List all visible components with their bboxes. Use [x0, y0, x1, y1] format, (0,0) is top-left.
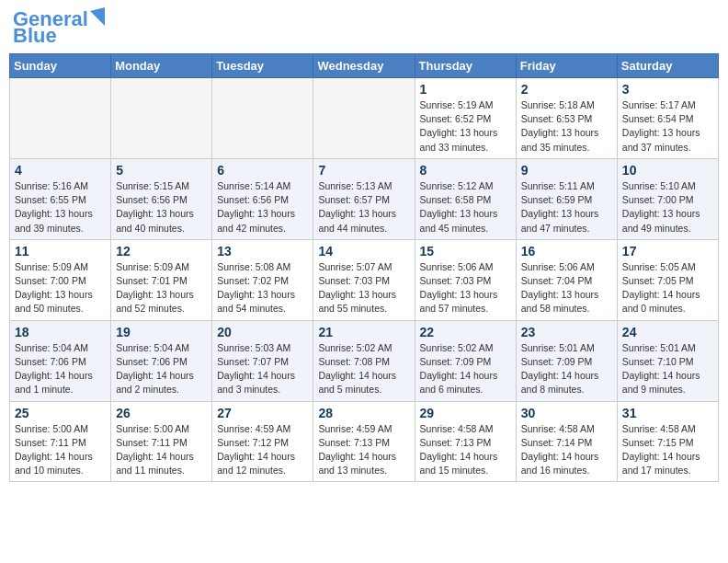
page-header: General Blue — [9, 9, 719, 46]
day-info: Sunrise: 4:58 AM Sunset: 7:14 PM Dayligh… — [521, 422, 612, 478]
day-info: Sunrise: 5:01 AM Sunset: 7:10 PM Dayligh… — [622, 341, 713, 397]
day-info: Sunrise: 5:14 AM Sunset: 6:56 PM Dayligh… — [217, 179, 308, 236]
day-number: 28 — [318, 406, 409, 420]
day-number: 30 — [521, 406, 612, 420]
calendar-cell: 13Sunrise: 5:08 AM Sunset: 7:02 PM Dayli… — [212, 239, 313, 320]
day-info: Sunrise: 5:09 AM Sunset: 7:00 PM Dayligh… — [15, 260, 106, 316]
day-info: Sunrise: 5:13 AM Sunset: 6:57 PM Dayligh… — [318, 179, 409, 236]
day-info: Sunrise: 5:06 AM Sunset: 7:03 PM Dayligh… — [420, 260, 511, 316]
day-number: 23 — [521, 325, 612, 339]
calendar-cell: 20Sunrise: 5:03 AM Sunset: 7:07 PM Dayli… — [212, 320, 313, 401]
day-info: Sunrise: 4:59 AM Sunset: 7:13 PM Dayligh… — [318, 422, 409, 478]
day-info: Sunrise: 5:04 AM Sunset: 7:06 PM Dayligh… — [116, 341, 207, 397]
calendar-cell: 24Sunrise: 5:01 AM Sunset: 7:10 PM Dayli… — [617, 320, 718, 401]
calendar-cell — [313, 78, 415, 159]
day-info: Sunrise: 4:58 AM Sunset: 7:13 PM Dayligh… — [420, 422, 511, 478]
day-number: 11 — [15, 244, 106, 259]
calendar-cell: 15Sunrise: 5:06 AM Sunset: 7:03 PM Dayli… — [415, 239, 516, 320]
calendar-cell — [111, 78, 212, 159]
day-number: 3 — [622, 82, 713, 97]
day-info: Sunrise: 5:07 AM Sunset: 7:03 PM Dayligh… — [318, 260, 409, 316]
calendar-cell: 4Sunrise: 5:16 AM Sunset: 6:55 PM Daylig… — [10, 158, 111, 239]
day-number: 17 — [622, 244, 713, 259]
day-info: Sunrise: 5:02 AM Sunset: 7:09 PM Dayligh… — [420, 341, 511, 397]
day-info: Sunrise: 5:11 AM Sunset: 6:59 PM Dayligh… — [521, 179, 612, 236]
day-info: Sunrise: 5:04 AM Sunset: 7:06 PM Dayligh… — [15, 341, 106, 397]
day-info: Sunrise: 5:08 AM Sunset: 7:02 PM Dayligh… — [217, 260, 308, 316]
day-number: 25 — [15, 406, 106, 420]
calendar-cell: 14Sunrise: 5:07 AM Sunset: 7:03 PM Dayli… — [313, 239, 415, 320]
calendar-cell: 11Sunrise: 5:09 AM Sunset: 7:00 PM Dayli… — [10, 239, 111, 320]
day-number: 7 — [318, 163, 409, 178]
day-number: 2 — [521, 82, 612, 97]
day-info: Sunrise: 5:01 AM Sunset: 7:09 PM Dayligh… — [521, 341, 612, 397]
calendar-cell: 23Sunrise: 5:01 AM Sunset: 7:09 PM Dayli… — [516, 320, 617, 401]
calendar-cell: 7Sunrise: 5:13 AM Sunset: 6:57 PM Daylig… — [313, 158, 415, 239]
day-number: 22 — [420, 325, 511, 339]
day-info: Sunrise: 5:06 AM Sunset: 7:04 PM Dayligh… — [521, 260, 612, 316]
calendar-week-row: 18Sunrise: 5:04 AM Sunset: 7:06 PM Dayli… — [10, 320, 719, 401]
day-number: 4 — [15, 163, 106, 178]
day-number: 20 — [217, 325, 308, 339]
calendar-header-tuesday: Tuesday — [212, 54, 313, 78]
day-info: Sunrise: 5:00 AM Sunset: 7:11 PM Dayligh… — [15, 422, 106, 478]
day-number: 27 — [217, 406, 308, 420]
calendar-cell: 10Sunrise: 5:10 AM Sunset: 7:00 PM Dayli… — [617, 158, 718, 239]
day-number: 8 — [420, 163, 511, 178]
day-number: 5 — [116, 163, 207, 178]
calendar-cell: 12Sunrise: 5:09 AM Sunset: 7:01 PM Dayli… — [111, 239, 212, 320]
logo-icon — [90, 7, 105, 26]
calendar-week-row: 25Sunrise: 5:00 AM Sunset: 7:11 PM Dayli… — [10, 401, 719, 482]
day-number: 10 — [622, 163, 713, 178]
day-info: Sunrise: 5:16 AM Sunset: 6:55 PM Dayligh… — [15, 179, 106, 236]
day-info: Sunrise: 4:59 AM Sunset: 7:12 PM Dayligh… — [217, 422, 308, 478]
calendar-cell: 17Sunrise: 5:05 AM Sunset: 7:05 PM Dayli… — [617, 239, 718, 320]
calendar-week-row: 11Sunrise: 5:09 AM Sunset: 7:00 PM Dayli… — [10, 239, 719, 320]
calendar-cell: 9Sunrise: 5:11 AM Sunset: 6:59 PM Daylig… — [516, 158, 617, 239]
calendar-header-thursday: Thursday — [415, 54, 516, 78]
day-info: Sunrise: 5:15 AM Sunset: 6:56 PM Dayligh… — [116, 179, 207, 236]
day-number: 12 — [116, 244, 207, 259]
day-info: Sunrise: 5:18 AM Sunset: 6:53 PM Dayligh… — [521, 98, 612, 155]
day-number: 24 — [622, 325, 713, 339]
calendar-header-sunday: Sunday — [10, 54, 111, 78]
day-info: Sunrise: 5:10 AM Sunset: 7:00 PM Dayligh… — [622, 179, 713, 236]
day-info: Sunrise: 5:03 AM Sunset: 7:07 PM Dayligh… — [217, 341, 308, 397]
day-info: Sunrise: 5:09 AM Sunset: 7:01 PM Dayligh… — [116, 260, 207, 316]
day-number: 16 — [521, 244, 612, 259]
day-number: 19 — [116, 325, 207, 339]
calendar-cell: 8Sunrise: 5:12 AM Sunset: 6:58 PM Daylig… — [415, 158, 516, 239]
calendar-header-wednesday: Wednesday — [313, 54, 415, 78]
calendar-cell: 19Sunrise: 5:04 AM Sunset: 7:06 PM Dayli… — [111, 320, 212, 401]
day-number: 14 — [318, 244, 409, 259]
calendar-cell: 26Sunrise: 5:00 AM Sunset: 7:11 PM Dayli… — [111, 401, 212, 482]
calendar-cell: 3Sunrise: 5:17 AM Sunset: 6:54 PM Daylig… — [617, 78, 718, 159]
calendar-cell: 25Sunrise: 5:00 AM Sunset: 7:11 PM Dayli… — [10, 401, 111, 482]
day-number: 31 — [622, 406, 713, 420]
day-number: 26 — [116, 406, 207, 420]
calendar-cell: 22Sunrise: 5:02 AM Sunset: 7:09 PM Dayli… — [415, 320, 516, 401]
svg-marker-0 — [90, 7, 105, 26]
logo: General Blue — [13, 9, 105, 46]
calendar-cell: 21Sunrise: 5:02 AM Sunset: 7:08 PM Dayli… — [313, 320, 415, 401]
calendar-cell: 1Sunrise: 5:19 AM Sunset: 6:52 PM Daylig… — [415, 78, 516, 159]
calendar-cell: 2Sunrise: 5:18 AM Sunset: 6:53 PM Daylig… — [516, 78, 617, 159]
day-info: Sunrise: 5:19 AM Sunset: 6:52 PM Dayligh… — [420, 98, 511, 155]
day-info: Sunrise: 5:00 AM Sunset: 7:11 PM Dayligh… — [116, 422, 207, 478]
calendar-header-friday: Friday — [516, 54, 617, 78]
calendar-cell — [212, 78, 313, 159]
calendar-header-monday: Monday — [111, 54, 212, 78]
day-number: 9 — [521, 163, 612, 178]
day-number: 1 — [420, 82, 511, 97]
day-number: 6 — [217, 163, 308, 178]
day-info: Sunrise: 5:02 AM Sunset: 7:08 PM Dayligh… — [318, 341, 409, 397]
day-number: 18 — [15, 325, 106, 339]
day-info: Sunrise: 5:05 AM Sunset: 7:05 PM Dayligh… — [622, 260, 713, 316]
day-number: 21 — [318, 325, 409, 339]
calendar-cell: 30Sunrise: 4:58 AM Sunset: 7:14 PM Dayli… — [516, 401, 617, 482]
day-info: Sunrise: 5:17 AM Sunset: 6:54 PM Dayligh… — [622, 98, 713, 155]
calendar-cell — [10, 78, 111, 159]
calendar-cell: 6Sunrise: 5:14 AM Sunset: 6:56 PM Daylig… — [212, 158, 313, 239]
calendar-week-row: 1Sunrise: 5:19 AM Sunset: 6:52 PM Daylig… — [10, 78, 719, 159]
day-number: 15 — [420, 244, 511, 259]
